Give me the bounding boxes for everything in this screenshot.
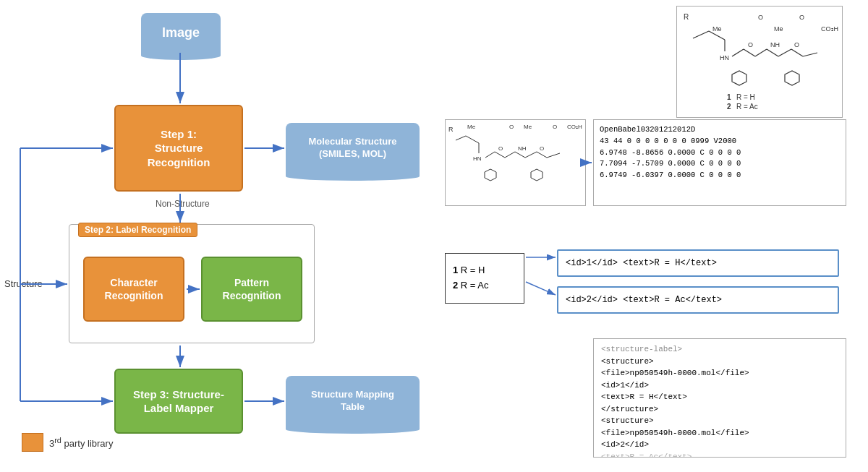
legend-text: 3rd party library (49, 436, 113, 449)
xml-line6: </structure> (601, 403, 838, 416)
mol-structure-box: Molecular Structure(SMILES, MOL) (286, 123, 420, 173)
svg-text:R = H: R = H (736, 93, 755, 101)
label-ref-line2: 2 R = Ac (453, 278, 489, 293)
svg-line-6 (693, 31, 709, 38)
step3-box: Step 3: Structure-Label Mapper (114, 369, 243, 434)
svg-line-17 (791, 49, 803, 56)
svg-text:O: O (799, 14, 804, 21)
xml-line2: <structure> (601, 356, 838, 368)
svg-marker-20 (732, 71, 746, 85)
svg-text:O: O (794, 41, 799, 48)
mol-code-line1: OpenBabel03201212012D (600, 124, 840, 136)
mol-code-line5: 6.9749 -6.0397 0.0000 C 0 0 0 0 (600, 170, 840, 181)
svg-text:CO₂H: CO₂H (821, 25, 838, 33)
mol-diagram-box: R Me O Me O CO₂H HN O NH O (445, 119, 586, 206)
svg-text:Me: Me (524, 124, 532, 130)
svg-text:R: R (448, 126, 454, 133)
xml-line9: <id>2</id> (601, 439, 838, 451)
molecule-image-box: R Me O Me O CO₂H HN O NH O 1 (676, 6, 843, 118)
svg-line-16 (778, 49, 791, 56)
svg-text:2: 2 (727, 103, 731, 111)
xml-line3: <file>np050549h-0000.mol</file> (601, 367, 838, 379)
svg-text:R: R (684, 13, 689, 21)
svg-line-11 (744, 49, 755, 56)
pattern-recognition-label: PatternRecognition (223, 276, 281, 302)
svg-line-19 (803, 53, 817, 56)
mol-code-box: OpenBabel03201212012D 43 44 0 0 0 0 0 0 … (593, 119, 846, 206)
svg-text:O: O (748, 41, 753, 48)
image-box: Image (141, 13, 221, 53)
svg-marker-47 (531, 169, 542, 181)
mol-code-line3: 6.9748 -8.8656 0.0000 C 0 0 0 0 (600, 147, 840, 159)
svg-text:O: O (498, 145, 503, 152)
legend-sup: rd (54, 436, 61, 445)
id-result-text1: <id>1</id> <text>R = H</text> (566, 258, 717, 268)
step1-box: Step 1:StructureRecognition (114, 105, 243, 192)
mol-structure-label: Molecular Structure(SMILES, MOL) (308, 136, 396, 160)
svg-line-42 (525, 152, 537, 158)
legend-color-swatch (22, 433, 43, 452)
svg-text:O: O (553, 124, 557, 130)
label-ref-content: 1 R = H 2 R = Ac (453, 263, 489, 293)
svg-text:NH: NH (770, 41, 780, 48)
svg-line-45 (547, 153, 560, 158)
image-label: Image (162, 25, 200, 40)
legend: 3rd party library (22, 433, 113, 452)
diagram-container: { "image_box": {"label": "Image"}, "step… (0, 0, 868, 472)
svg-text:HN: HN (473, 155, 482, 162)
svg-text:O: O (540, 145, 544, 152)
structure-mapping-box: Structure MappingTable (286, 376, 420, 426)
svg-line-43 (537, 152, 547, 158)
svg-line-33 (466, 136, 479, 143)
label-ref-box: 1 R = H 2 R = Ac (445, 253, 524, 304)
svg-text:NH: NH (518, 145, 527, 152)
svg-text:CO₂H: CO₂H (567, 124, 582, 130)
xml-line7: <structure> (601, 415, 838, 427)
svg-line-10 (732, 49, 744, 56)
svg-text:Me: Me (467, 124, 476, 130)
mol-code-line4: 7.7094 -7.5709 0.0000 C 0 0 0 0 (600, 158, 840, 170)
structure-side-label: Structure (4, 278, 43, 289)
svg-line-32 (456, 136, 466, 140)
id-result-box1: <id>1</id> <text>R = H</text> (557, 249, 839, 277)
svg-line-40 (515, 152, 525, 158)
svg-line-63 (526, 282, 556, 295)
molecule-svg: R Me O Me O CO₂H HN O NH O 1 (680, 9, 839, 114)
step1-label: Step 1:StructureRecognition (148, 127, 210, 170)
label-ref-line1: 1 R = H (453, 263, 489, 278)
step3-label: Step 3: Structure-Label Mapper (133, 387, 224, 416)
non-structure-label: Non-Structure (156, 199, 210, 209)
svg-line-13 (755, 49, 767, 56)
mol-code-line2: 43 44 0 0 0 0 0 0 0 0999 V2000 (600, 136, 840, 147)
svg-text:O: O (509, 124, 514, 130)
xml-line5: <text>R = H</text> (601, 391, 838, 403)
pattern-recognition-box: PatternRecognition (201, 257, 302, 322)
svg-line-37 (495, 152, 505, 158)
char-recognition-label: CharacterRecognition (105, 276, 163, 302)
svg-text:O: O (758, 14, 763, 21)
svg-marker-46 (485, 169, 496, 181)
mol-diagram-svg: R Me O Me O CO₂H HN O NH O (446, 120, 585, 205)
xml-line4: <id>1</id> (601, 379, 838, 392)
svg-line-39 (505, 152, 515, 158)
step2-label: Step 2: Label Recognition (78, 223, 197, 237)
svg-line-36 (485, 152, 495, 158)
svg-marker-21 (785, 71, 799, 85)
svg-text:1: 1 (727, 93, 731, 101)
svg-text:HN: HN (720, 54, 729, 61)
svg-text:Me: Me (712, 25, 722, 33)
xml-line1: <structure-label> (601, 343, 838, 356)
char-recognition-box: CharacterRecognition (83, 257, 184, 322)
xml-output-box: <structure-label> <structure> <file>np05… (593, 338, 846, 458)
id-result-text2: <id>2</id> <text>R = Ac</text> (566, 295, 722, 305)
svg-text:Me: Me (774, 25, 783, 33)
xml-line10: <text>R = Ac</text> (601, 451, 838, 458)
svg-text:R = Ac: R = Ac (736, 103, 758, 111)
id-result-box2: <id>2</id> <text>R = Ac</text> (557, 286, 839, 314)
xml-line8: <file>np050549h-0000.mol</file> (601, 427, 838, 439)
structure-mapping-label: Structure MappingTable (311, 389, 394, 413)
svg-line-14 (767, 49, 778, 56)
